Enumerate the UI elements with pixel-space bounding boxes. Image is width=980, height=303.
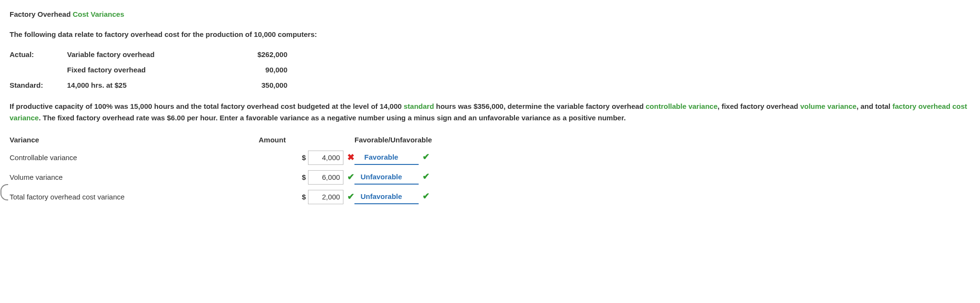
page-title: Factory Overhead Cost Variances (10, 9, 970, 20)
para-seg: , fixed factory overhead (718, 102, 800, 110)
para-seg: . The fixed factory overhead rate was $6… (39, 114, 626, 122)
row-label: Total factory overhead cost variance (10, 187, 259, 207)
row-label: Volume variance (10, 167, 259, 187)
data-col2: Variable factory overhead (67, 47, 230, 62)
data-col1: Standard: (10, 78, 67, 93)
currency-symbol: $ (298, 172, 306, 183)
fu-select-controllable[interactable]: Favorable (354, 151, 419, 165)
currency-symbol: $ (298, 152, 306, 163)
header-variance: Variance (10, 132, 259, 148)
row-label: Controllable variance (10, 148, 259, 167)
term-standard[interactable]: standard (404, 102, 434, 110)
para-seg: , and total (856, 102, 892, 110)
check-icon: ✔ (422, 191, 430, 201)
data-amount: $262,000 (230, 47, 287, 62)
answer-row-total: Total factory overhead cost variance $ 2… (10, 187, 479, 207)
header-favorable-unfavorable: Favorable/Unfavorable (354, 132, 479, 148)
intro-text: The following data relate to factory ove… (10, 29, 970, 40)
data-amount: 90,000 (230, 62, 287, 78)
data-row: Standard: 14,000 hrs. at $25 350,000 (10, 78, 287, 93)
check-icon: ✔ (347, 172, 354, 182)
currency-symbol: $ (298, 191, 306, 203)
data-row: Fixed factory overhead 90,000 (10, 62, 287, 78)
term-volume-variance[interactable]: volume variance (800, 102, 857, 110)
given-data-table: Actual: Variable factory overhead $262,0… (10, 47, 287, 93)
amount-input-total[interactable]: 2,000 (308, 190, 343, 204)
term-controllable-variance[interactable]: controllable variance (646, 102, 718, 110)
answer-table: Variance Amount Favorable/Unfavorable Co… (10, 132, 479, 207)
para-seg: If productive capacity of 100% was 15,00… (10, 102, 404, 110)
data-amount: 350,000 (230, 78, 287, 93)
answer-header-row: Variance Amount Favorable/Unfavorable (10, 132, 479, 148)
data-col1: Actual: (10, 47, 67, 62)
answer-row-controllable: Controllable variance $ 4,000 ✖ Favorabl… (10, 148, 479, 167)
answer-row-volume: Volume variance $ 6,000 ✔ Unfavorable ✔ (10, 167, 479, 187)
data-col2: Fixed factory overhead (67, 62, 230, 78)
amount-input-controllable[interactable]: 4,000 (308, 151, 343, 165)
fu-select-total[interactable]: Unfavorable (354, 190, 419, 204)
para-seg: hours was $356,000, determine the variab… (434, 102, 646, 110)
check-icon: ✔ (422, 172, 430, 181)
fu-select-volume[interactable]: Unfavorable (354, 170, 419, 185)
data-row: Actual: Variable factory overhead $262,0… (10, 47, 287, 62)
instruction-paragraph: If productive capacity of 100% was 15,00… (10, 101, 970, 124)
check-icon: ✔ (422, 152, 430, 162)
data-col2: 14,000 hrs. at $25 (67, 78, 230, 93)
amount-input-volume[interactable]: 6,000 (308, 170, 343, 185)
x-icon: ✖ (347, 152, 354, 162)
header-amount: Amount (259, 132, 354, 148)
title-part-2[interactable]: Cost Variances (73, 10, 125, 18)
title-part-1: Factory Overhead (10, 10, 73, 18)
data-col1 (10, 62, 67, 78)
check-icon: ✔ (347, 192, 354, 201)
